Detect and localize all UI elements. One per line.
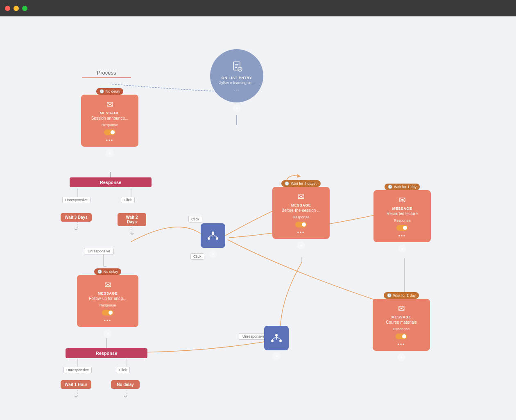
svg-line-25	[209, 234, 213, 237]
message-icon-2: ✉	[81, 280, 134, 290]
msg-recorded-card[interactable]: ✉ MESSAGE Recorded lecture Response •••	[373, 190, 431, 242]
response-toggle-2[interactable]	[102, 310, 113, 316]
titlebar	[0, 0, 516, 16]
wait-2days-chevron[interactable]: ⌄	[129, 228, 135, 237]
msg-recorded-chevron[interactable]: ▾	[398, 245, 406, 253]
msg-session-card[interactable]: ✉ MESSAGE Session announce... Response •…	[81, 95, 138, 147]
svg-point-28	[275, 334, 278, 336]
no-delay-3[interactable]: No delay ⌄	[111, 374, 140, 400]
no-delay-3-chevron[interactable]: ⌄	[122, 390, 129, 400]
msg-followup-card[interactable]: ✉ MESSAGE Follow-up for unop... Response…	[77, 275, 138, 327]
msg-before-card[interactable]: ✉ MESSAGE Before-the-session ... Respons…	[272, 187, 330, 239]
process-label: Process	[97, 70, 116, 76]
click-label-1: Click	[188, 216, 202, 222]
svg-point-22	[212, 232, 214, 234]
no-delay-1[interactable]: 🕐 No delay ✉ MESSAGE Session announce...…	[81, 88, 138, 157]
branch-unresponsive-1: Unresponsive	[62, 197, 91, 203]
maximize-button[interactable]	[22, 6, 27, 11]
svg-line-26	[213, 234, 217, 237]
process-line	[82, 77, 131, 78]
svg-point-23	[208, 237, 210, 240]
wait-2days[interactable]: Wait 2Days ⌄	[118, 205, 146, 237]
message-icon-4: ✉	[378, 195, 427, 205]
response-toggle-1[interactable]	[104, 129, 115, 135]
unresponsive-label-2: Unresponsive	[84, 248, 114, 254]
no-delay-2[interactable]: 🕐 No delay ✉ MESSAGE Follow-up for unop.…	[77, 260, 138, 338]
message-icon: ✉	[85, 100, 134, 109]
minimize-button[interactable]	[14, 6, 19, 11]
wait-1day-2[interactable]: 🕐 Wait for 1 day ✉ MESSAGE Course materi…	[373, 292, 430, 361]
branch-click-3: Click	[116, 367, 130, 373]
wait-4days[interactable]: 🕐 Wait for 4 days : ✉ MESSAGE Before-the…	[272, 180, 330, 250]
svg-line-31	[272, 336, 276, 340]
svg-line-32	[276, 336, 281, 340]
splitter-2[interactable]: ▾	[264, 326, 289, 360]
wait-1hour-chevron[interactable]: ⌄	[73, 390, 79, 400]
msg-session-chevron[interactable]: ▾	[106, 149, 114, 157]
response-toggle-5[interactable]	[396, 334, 407, 339]
wait-3days[interactable]: Wait 3 Days ⌄	[61, 205, 92, 232]
entry-node[interactable]: ON LIST ENTRY Zylker e-learning se... ..…	[210, 49, 263, 112]
response-toggle-3[interactable]	[295, 222, 307, 227]
click-label-2: Click	[190, 253, 204, 260]
wait-1day-1[interactable]: 🕐 Wait for 1 day ✉ MESSAGE Recorded lect…	[373, 184, 431, 253]
msg-followup-chevron[interactable]: ▾	[104, 329, 112, 338]
svg-point-29	[271, 340, 274, 342]
svg-point-24	[216, 237, 218, 240]
workflow-canvas: ON LIST ENTRY Zylker e-learning se... ..…	[0, 16, 516, 420]
entry-chevron[interactable]: ▾	[233, 104, 241, 112]
message-icon-3: ✉	[276, 192, 326, 202]
response-bar-1[interactable]: Response	[70, 177, 152, 187]
splitter-2-chevron[interactable]: ▾	[272, 352, 281, 360]
splitter-1-chevron[interactable]: ▾	[209, 250, 217, 258]
msg-course-chevron[interactable]: ▾	[397, 353, 405, 361]
response-bar-2[interactable]: Response	[66, 348, 147, 358]
msg-before-chevron[interactable]: ▾	[297, 241, 305, 250]
close-button[interactable]	[5, 6, 10, 11]
message-icon-5: ✉	[377, 304, 426, 313]
splitter-1[interactable]: ▾	[201, 223, 225, 258]
wait-1hour[interactable]: Wait 1 Hour ⌄	[61, 374, 91, 400]
response-toggle-4[interactable]	[396, 225, 408, 231]
wait-3days-chevron[interactable]: ⌄	[73, 223, 79, 232]
msg-course-card[interactable]: ✉ MESSAGE Course materials Response •••	[373, 299, 430, 351]
svg-point-30	[279, 340, 282, 342]
process-section: Process	[82, 70, 131, 79]
branch-unresponsive-3: Unresponsive	[63, 367, 92, 373]
branch-click-1: Click	[121, 197, 135, 203]
